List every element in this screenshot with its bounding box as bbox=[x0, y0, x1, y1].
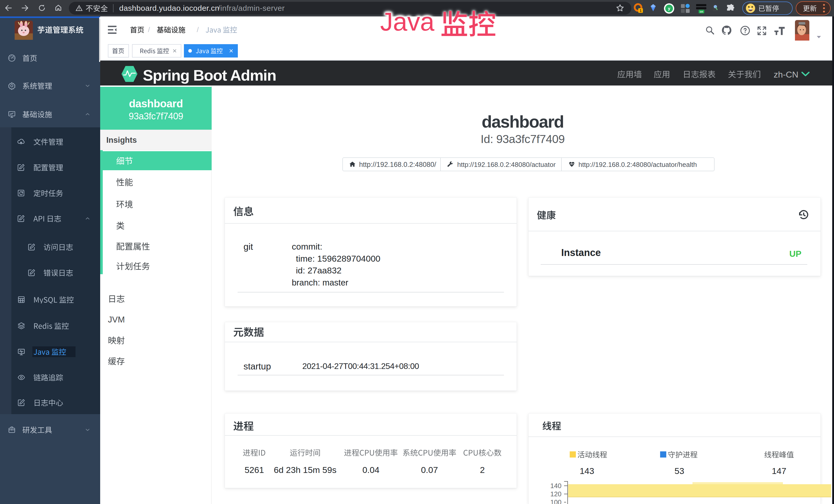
svg-text:y: y bbox=[668, 6, 671, 11]
svg-text:1: 1 bbox=[640, 8, 642, 13]
svg-text:on: on bbox=[700, 10, 703, 13]
